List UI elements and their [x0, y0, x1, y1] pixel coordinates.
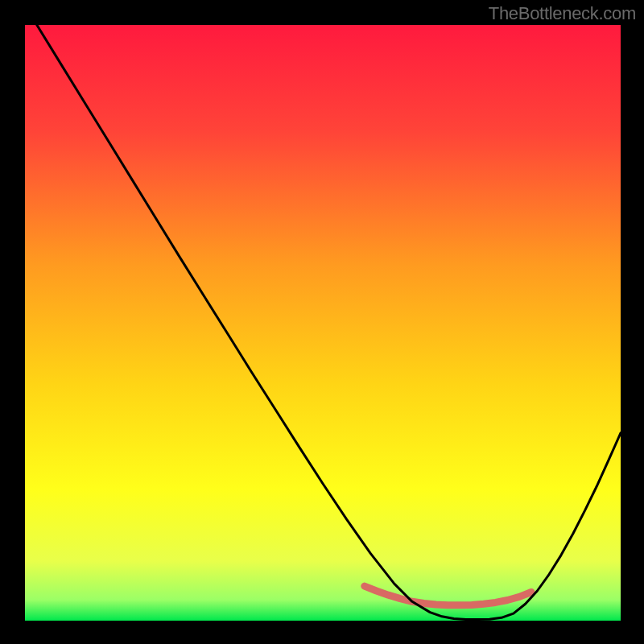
plot-area: [25, 25, 621, 621]
watermark-text: TheBottleneck.com: [489, 3, 636, 24]
chart-svg: [25, 25, 621, 621]
gradient-background: [25, 25, 621, 621]
bottleneck-chart: TheBottleneck.com: [0, 0, 644, 644]
